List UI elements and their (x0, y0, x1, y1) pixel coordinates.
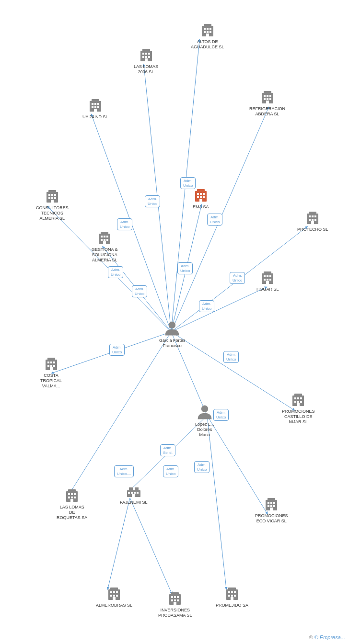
label-hogar: HOGAR SL (256, 287, 279, 292)
svg-rect-135 (132, 494, 135, 497)
role-badge-10[interactable]: Adm.Unico (109, 344, 125, 356)
svg-rect-115 (294, 401, 296, 403)
svg-rect-169 (231, 595, 233, 597)
role-badge-1[interactable]: Adm.Unico (180, 177, 196, 189)
svg-rect-117 (300, 401, 302, 403)
role-badge-4[interactable]: Adm.Unico (207, 214, 222, 226)
svg-rect-162 (174, 602, 176, 605)
svg-rect-36 (148, 56, 150, 58)
svg-rect-85 (309, 215, 311, 217)
svg-rect-158 (177, 596, 179, 598)
svg-rect-60 (203, 193, 205, 195)
svg-rect-48 (264, 91, 271, 94)
role-badge-11[interactable]: Adm.Unico (223, 351, 239, 363)
svg-rect-57 (197, 189, 205, 192)
svg-rect-171 (231, 597, 233, 600)
svg-rect-146 (110, 588, 118, 590)
badge-label-12: Adm.Unico (213, 409, 229, 421)
company-almerobras[interactable]: ALMEROBRAS SL (96, 587, 132, 608)
svg-rect-137 (268, 498, 275, 501)
svg-rect-97 (264, 279, 266, 281)
svg-rect-132 (131, 492, 133, 494)
badge-label-5: Adm.Unico (230, 272, 245, 284)
role-badge-7[interactable]: Adm.Unico (177, 262, 193, 274)
svg-rect-148 (113, 591, 115, 593)
role-badge-solid[interactable]: Adm.Solid. (160, 444, 175, 456)
role-badge-fajenemi[interactable]: Adm.Unico.... (114, 465, 134, 477)
svg-rect-164 (228, 588, 236, 590)
second-person-label: Lopez L...DoloresMaria (195, 422, 214, 437)
building-icon-hogar (260, 271, 275, 286)
role-badge-14[interactable]: Adm.Unico (194, 461, 209, 473)
svg-rect-153 (113, 597, 116, 600)
svg-rect-55 (266, 101, 269, 103)
svg-rect-98 (267, 279, 268, 281)
company-promociones-castillo[interactable]: PROMOCIONESCASTILLO DENIJAR SL (282, 393, 315, 424)
svg-rect-70 (48, 197, 50, 199)
role-badge-9[interactable]: Adm.Unico (132, 285, 147, 297)
company-gestiona[interactable]: GESTIONA &SOLUCIONAALMERIA SL (92, 231, 118, 262)
svg-rect-114 (300, 397, 302, 399)
svg-rect-150 (110, 595, 112, 597)
center-person-node[interactable]: Garcia FortesFrancisco (159, 320, 186, 349)
svg-rect-96 (269, 275, 271, 277)
label-fajenemi: FAJENEMI SL (120, 500, 148, 505)
label-refrigeracion: REFRIGERACIONABDERA SL (249, 106, 285, 117)
company-promociones-eco[interactable]: PROMOCIONESECO VICAR SL (255, 497, 288, 524)
second-person-node[interactable]: Lopez L...DoloresMaria (195, 404, 214, 437)
company-ema-sa[interactable]: EMA SA (193, 188, 209, 210)
company-altos[interactable]: ALTOS DEAGUADULCE SL (191, 23, 224, 50)
svg-rect-67 (48, 194, 50, 196)
svg-rect-142 (270, 505, 272, 507)
company-promejido[interactable]: PROMEJIDO SA (216, 587, 248, 608)
role-badge-2[interactable]: Adm.Unico (145, 195, 160, 207)
building-icon-promejido (224, 587, 240, 602)
building-icon-promociones-castillo (291, 393, 306, 408)
svg-rect-118 (297, 403, 300, 406)
svg-rect-159 (171, 599, 173, 601)
company-costa-tropical[interactable]: COSTATROPICALVALMA... (40, 357, 62, 388)
company-ua24[interactable]: UA 24 ND SL (82, 98, 108, 120)
svg-rect-72 (54, 197, 56, 199)
svg-rect-94 (264, 275, 266, 277)
svg-rect-95 (267, 275, 268, 277)
svg-rect-107 (50, 365, 52, 367)
svg-rect-155 (171, 592, 179, 595)
role-badge-5[interactable]: Adm.Unico (230, 272, 245, 284)
svg-rect-28 (206, 34, 209, 36)
svg-rect-133 (134, 492, 136, 494)
company-fajenemi[interactable]: FAJENEMI SL (120, 484, 148, 505)
role-badge-6[interactable]: Adm.Unico (108, 266, 123, 278)
company-las-lomas-roquetas[interactable]: LAS LOMASDEROQUETAS SA (57, 488, 87, 520)
svg-rect-39 (92, 99, 99, 102)
role-badge-12[interactable]: Adm.Unico (213, 409, 229, 421)
svg-rect-161 (177, 599, 179, 601)
svg-rect-86 (312, 215, 314, 217)
company-las-lomas-2006[interactable]: LAS LOMAS2006 SL (134, 48, 158, 75)
svg-rect-151 (113, 595, 115, 597)
label-protecho: PROTECHO SL (297, 227, 328, 232)
svg-rect-58 (197, 193, 199, 195)
role-badge-8[interactable]: Adm.Unico (199, 300, 214, 312)
svg-rect-43 (92, 106, 93, 108)
badge-label-6: Adm.Unico (108, 266, 123, 278)
badge-label-solid: Adm.Solid. (160, 444, 175, 456)
svg-rect-121 (68, 493, 70, 495)
svg-rect-123 (74, 493, 76, 495)
badge-label-7: Adm.Unico (177, 262, 193, 274)
svg-rect-108 (53, 365, 55, 367)
building-icon-inversiones (167, 591, 183, 607)
svg-rect-126 (74, 497, 76, 498)
company-hogar[interactable]: HOGAR SL (256, 271, 279, 292)
company-refrigeracion[interactable]: REFRIGERACIONABDERA SL (249, 90, 285, 117)
label-eco: PROMOCIONESECO VICAR SL (255, 513, 288, 524)
role-badge-13[interactable]: Adm.Unico (163, 465, 178, 477)
company-consultores[interactable]: CONSULTORESTECNICOSALMERIA SL (36, 189, 69, 221)
role-badge-3[interactable]: Adm.Unico (117, 218, 132, 230)
svg-rect-139 (270, 502, 272, 504)
badge-label-fajenemi: Adm.Unico.... (114, 465, 134, 477)
company-protecho[interactable]: PROTECHO SL (297, 211, 328, 232)
company-inversiones[interactable]: INVERSIONESPRODASAMA SL (158, 591, 192, 618)
svg-rect-124 (68, 497, 70, 498)
building-icon-fajenemi (126, 484, 141, 499)
